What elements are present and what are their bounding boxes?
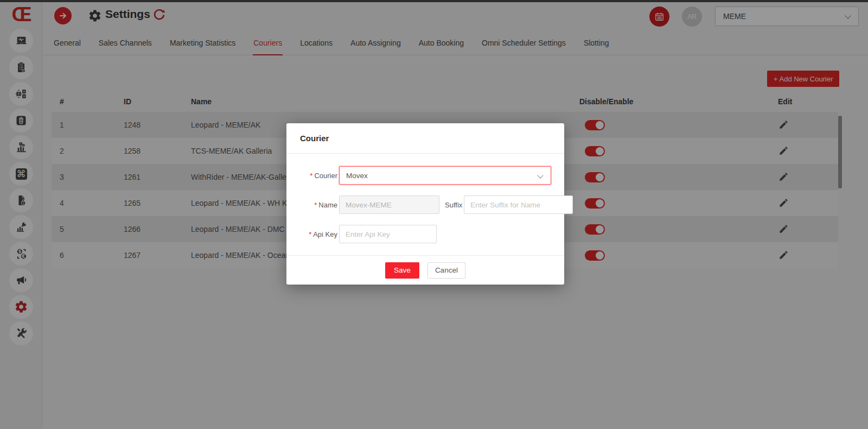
settings-page: Œ [0, 0, 868, 429]
save-button[interactable]: Save [385, 262, 419, 279]
api-key-field-row: *Api Key [299, 225, 551, 243]
name-field-label: *Name [299, 201, 339, 209]
modal-footer: Save Cancel [286, 255, 564, 285]
name-input[interactable] [339, 195, 439, 214]
api-key-field-label: *Api Key [299, 230, 339, 238]
required-mark: * [314, 201, 317, 209]
courier-field-label: *Courier [299, 172, 339, 180]
suffix-field-label: Suffix [445, 201, 464, 209]
modal-header: Courier [286, 123, 564, 154]
courier-select[interactable]: Movex [339, 166, 551, 185]
courier-field-row: *Courier Movex [299, 166, 551, 185]
cancel-button[interactable]: Cancel [427, 262, 465, 279]
modal-title: Courier [300, 134, 329, 143]
required-mark: * [310, 172, 312, 180]
suffix-input[interactable] [464, 195, 573, 214]
name-field-row: *Name Suffix [299, 195, 551, 214]
api-key-input[interactable] [339, 225, 437, 243]
modal-body: *Courier Movex *Name Suffix *Api Key [286, 154, 564, 255]
courier-modal: Courier *Courier Movex *Name Suffix *Api… [286, 123, 564, 285]
required-mark: * [309, 230, 311, 238]
chevron-down-icon [537, 172, 543, 178]
courier-select-value: Movex [340, 172, 368, 180]
